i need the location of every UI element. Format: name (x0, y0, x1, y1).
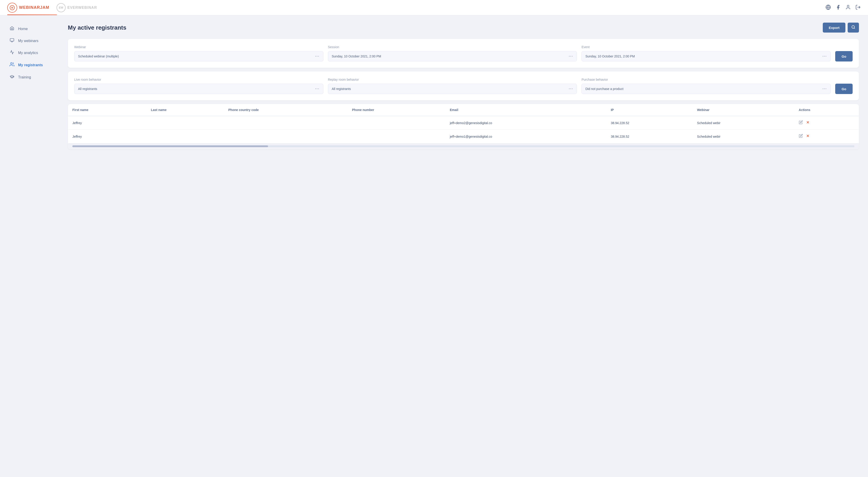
scroll-track[interactable] (72, 146, 855, 147)
go-button-1[interactable]: Go (835, 51, 852, 62)
cell-phone-number (348, 130, 445, 143)
cell-last-name (146, 130, 224, 143)
sidebar-item-my-webinars-label: My webinars (18, 39, 38, 43)
sidebar-item-home-label: Home (18, 27, 28, 31)
filter-group-session: Session Sunday, 10 October 2021, 2:00 PM… (328, 45, 577, 62)
webinar-label: Webinar (74, 45, 323, 49)
replay-select-value: All registrants (332, 87, 569, 91)
sidebar-item-my-registrants[interactable]: My registrants (3, 59, 56, 71)
ew-text: EVERWEBINAR (67, 6, 97, 10)
sidebar-item-my-analytics[interactable]: My analytics (3, 47, 56, 59)
live-select-value: All registrants (78, 87, 315, 91)
wj-circle-icon: W (7, 3, 17, 13)
training-icon (9, 74, 15, 80)
logo-underline (7, 14, 57, 15)
sidebar-item-training[interactable]: Training (3, 71, 56, 83)
filter-row-2: Live room behavior All registrants ··· R… (74, 78, 852, 94)
go-button-2[interactable]: Go (835, 84, 852, 94)
live-more-icon[interactable]: ··· (315, 87, 319, 91)
col-phone-country-code: Phone country code (224, 104, 348, 116)
col-email: Email (445, 104, 606, 116)
event-more-icon[interactable]: ··· (823, 54, 827, 58)
logout-icon[interactable] (855, 4, 861, 11)
registrants-icon (9, 62, 15, 68)
scrollbar-wrap (68, 143, 859, 150)
svg-text:W: W (11, 6, 13, 9)
cell-email: jeff+demo2@genesisdigital.co (445, 116, 606, 130)
cell-webinar: Scheduled webir (692, 130, 794, 143)
filter-group-webinar: Webinar Scheduled webinar (multiple) ··· (74, 45, 323, 62)
cell-first-name: Jeffrey (68, 130, 146, 143)
webinar-select-value: Scheduled webinar (multiple) (78, 55, 315, 58)
topnav-logos: W WEBINARJAM EW EVERWEBINAR (7, 3, 97, 13)
svg-point-10 (852, 26, 855, 28)
svg-point-4 (847, 5, 849, 7)
col-first-name: First name (68, 104, 146, 116)
col-last-name: Last name (146, 104, 224, 116)
facebook-icon[interactable] (835, 4, 841, 11)
session-select-value: Sunday, 10 October 2021, 2:00 PM (332, 55, 569, 58)
user-icon[interactable] (845, 4, 851, 11)
live-label: Live room behavior (74, 78, 323, 82)
scroll-thumb[interactable] (72, 146, 268, 147)
webinar-select[interactable]: Scheduled webinar (multiple) ··· (74, 51, 323, 62)
cell-phone-country-code (224, 116, 348, 130)
sidebar-item-home[interactable]: Home (3, 23, 56, 35)
cell-webinar: Scheduled webir (692, 116, 794, 130)
cell-email: jeff+demo1@genesisdigital.co (445, 130, 606, 143)
cell-phone-country-code (224, 130, 348, 143)
globe-icon[interactable] (826, 4, 831, 11)
event-select[interactable]: Sunday, 10 October 2021, 2:00 PM ··· (582, 51, 831, 62)
sidebar-item-my-webinars[interactable]: My webinars (3, 35, 56, 46)
webinar-more-icon[interactable]: ··· (315, 54, 319, 58)
search-button[interactable] (848, 23, 859, 33)
cell-last-name (146, 116, 224, 130)
page-title: My active registrants (68, 24, 126, 31)
svg-rect-6 (10, 39, 14, 41)
col-ip: IP (606, 104, 692, 116)
ew-circle-icon: EW (57, 3, 66, 12)
analytics-icon (9, 50, 15, 56)
sidebar-item-my-registrants-label: My registrants (18, 63, 43, 67)
sidebar-item-my-analytics-label: My analytics (18, 51, 38, 55)
delete-icon[interactable] (806, 121, 810, 125)
edit-icon[interactable] (799, 134, 804, 139)
replay-select[interactable]: All registrants ··· (328, 84, 577, 94)
col-webinar: Webinar (692, 104, 794, 116)
topnav: W WEBINARJAM EW EVERWEBINAR (0, 0, 868, 15)
filter-group-event: Event Sunday, 10 October 2021, 2:00 PM ·… (582, 45, 831, 62)
purchase-more-icon[interactable]: ··· (823, 87, 827, 91)
purchase-label: Purchase behavior (582, 78, 831, 82)
purchase-select[interactable]: Did not purchase a product ··· (582, 84, 831, 94)
filter-card-webinar: Webinar Scheduled webinar (multiple) ···… (68, 39, 859, 68)
cell-ip: 38.94.228.52 (606, 116, 692, 130)
table-wrap: First name Last name Phone country code … (68, 104, 859, 143)
filter-row-1: Webinar Scheduled webinar (multiple) ···… (74, 45, 852, 62)
main-content: My active registrants Export Webinar S (59, 15, 868, 477)
live-select[interactable]: All registrants ··· (74, 84, 323, 94)
svg-point-9 (11, 63, 12, 64)
event-label: Event (582, 45, 831, 49)
sidebar-item-training-label: Training (18, 75, 31, 80)
session-select[interactable]: Sunday, 10 October 2021, 2:00 PM ··· (328, 51, 577, 62)
cell-phone-number (348, 116, 445, 130)
filter-group-purchase: Purchase behavior Did not purchase a pro… (582, 78, 831, 94)
registrants-table-card: First name Last name Phone country code … (68, 104, 859, 150)
export-button[interactable]: Export (823, 23, 845, 33)
edit-icon[interactable] (799, 121, 804, 125)
everwebinar-logo[interactable]: EW EVERWEBINAR (57, 3, 97, 12)
sidebar: Home My webinars My analytics (0, 15, 59, 477)
header-actions: Export (823, 23, 859, 33)
delete-icon[interactable] (806, 134, 810, 139)
webinarjam-logo[interactable]: W WEBINARJAM (7, 3, 49, 13)
table-row: Jeffrey jeff+demo1@genesisdigital.co 38.… (68, 130, 859, 143)
session-more-icon[interactable]: ··· (569, 54, 573, 58)
layout: Home My webinars My analytics (0, 15, 868, 477)
wj-text: WEBINARJAM (19, 5, 49, 10)
cell-actions (794, 130, 859, 143)
replay-more-icon[interactable]: ··· (569, 87, 573, 91)
cell-ip: 38.94.228.52 (606, 130, 692, 143)
topnav-actions (826, 4, 861, 11)
svg-line-11 (854, 28, 855, 29)
session-label: Session (328, 45, 577, 49)
